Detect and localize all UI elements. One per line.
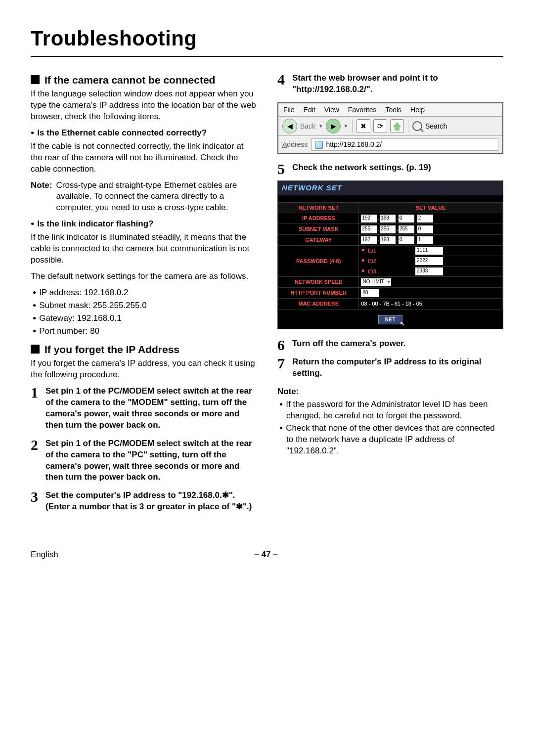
section-title: If the camera cannot be connected (44, 74, 257, 87)
row-speed: NETWORK SPEED NO LIMIT (278, 277, 503, 288)
sm-oct1[interactable]: 255 (361, 225, 377, 233)
label-id3: ID3 (359, 267, 413, 277)
procedure-steps-right: 4Start the web browser and point it to "… (277, 73, 503, 95)
search-icon[interactable] (412, 121, 422, 131)
step-3: 3Set the computer's IP address to "192.1… (31, 490, 257, 513)
section-heading-forget-ip: If you forget the IP Address (31, 343, 257, 356)
defaults-list: IP address: 192.168.0.2 Subnet mask: 255… (31, 287, 257, 337)
square-bullet-icon (31, 75, 40, 84)
menu-edit[interactable]: Edit (304, 105, 315, 115)
subhead-link-indicator: Is the link indicator flashing? (31, 219, 257, 230)
page-title: Troubleshooting (31, 25, 503, 53)
section-heading-cannot-connect: If the camera cannot be connected (31, 74, 257, 87)
address-input[interactable]: http://192.168.0.2/ (312, 138, 498, 151)
port-input[interactable]: 80 (361, 289, 379, 297)
menu-help[interactable]: Help (410, 105, 425, 115)
step-text: Set pin 1 of the PC/MODEM select switch … (45, 439, 252, 482)
menu-file[interactable]: File (283, 105, 295, 115)
stop-button-icon[interactable]: ✖ (356, 119, 370, 133)
browser-screenshot: File Edit View Favorites Tools Help ◀ Ba… (277, 102, 503, 155)
network-set-panel: NETWORK SET NETWORK SET SET VALUE IP ADD… (277, 180, 503, 329)
ip-oct2[interactable]: 168 (380, 215, 396, 222)
step-1: 1Set pin 1 of the PC/MODEM select switch… (31, 386, 257, 431)
procedure-steps-right-2: 5Check the network settings. (p. 19) (277, 162, 503, 174)
step-text: Start the web browser and point it to "h… (292, 73, 438, 94)
step-4: 4Start the web browser and point it to "… (277, 73, 503, 95)
page-icon (315, 141, 323, 149)
mac-value: 08 - 00 - 7B - 81 - 18 - 05 (359, 299, 503, 310)
default-ip: IP address: 192.168.0.2 (31, 287, 257, 299)
square-bullet-icon (31, 345, 40, 354)
note-label: Note: (277, 386, 503, 398)
note-cross-cable: Note: Cross-type and straight-type Ether… (31, 180, 257, 214)
step-text: Check the network settings. (p. 19) (292, 163, 431, 172)
home-button-icon[interactable] (390, 119, 404, 133)
back-label: Back (300, 122, 315, 131)
col-header-netset: NETWORK SET (278, 202, 359, 213)
forward-dropdown-icon[interactable]: ▼ (344, 123, 348, 129)
sm-oct3[interactable]: 255 (399, 225, 414, 233)
content-columns: If the camera cannot be connected If the… (31, 68, 503, 520)
footer-language: English (31, 549, 58, 561)
row-port: HTTP PORT NUMBER 80 (278, 288, 503, 299)
step-text: Return the computer's IP address to its … (292, 357, 482, 378)
ip-oct4[interactable]: 2 (417, 215, 433, 222)
back-button-icon[interactable]: ◀ (282, 119, 297, 133)
link-paragraph-2: The default network settings for the cam… (31, 271, 257, 282)
browser-toolbar: ◀ Back ▼ ▶ ▼ ✖ ⟳ Search (278, 117, 502, 136)
label-ip: IP ADDRESS (278, 213, 359, 224)
id2-input[interactable]: 2222 (415, 257, 443, 265)
left-column: If the camera cannot be connected If the… (31, 68, 257, 520)
section-title: If you forget the IP Address (44, 343, 257, 356)
default-subnet: Subnet mask: 255.255.255.0 (31, 300, 257, 311)
step-7: 7Return the computer's IP address to its… (277, 356, 503, 379)
note-duplicate-ip: Check that none of the other devices tha… (277, 423, 503, 457)
label-password: PASSWORD (4-8) (278, 245, 359, 276)
note-label: Note: (31, 180, 52, 214)
note-password: If the password for the Administrator le… (277, 399, 503, 422)
menu-favorites[interactable]: Favorites (348, 105, 377, 115)
refresh-button-icon[interactable]: ⟳ (373, 119, 387, 133)
ip-oct1[interactable]: 192 (361, 215, 377, 222)
label-port: HTTP PORT NUMBER (278, 288, 359, 299)
step-text: Set the computer's IP address to "192.16… (45, 490, 252, 511)
row-subnet: SUBNET MASK 255.255.255.0 (278, 224, 503, 235)
label-id2: ID2 (359, 256, 413, 267)
procedure-steps-left: 1Set pin 1 of the PC/MODEM select switch… (31, 386, 257, 513)
network-set-table: NETWORK SET SET VALUE IP ADDRESS 192.168… (278, 202, 503, 310)
ethernet-paragraph: If the cable is not connected correctly,… (31, 141, 257, 175)
forward-button-icon[interactable]: ▶ (326, 119, 341, 133)
menu-view[interactable]: View (324, 105, 339, 115)
back-dropdown-icon[interactable]: ▼ (318, 123, 323, 129)
cursor-icon: ↖ (400, 320, 405, 327)
sm-oct4[interactable]: 0 (417, 225, 433, 233)
row-ip: IP ADDRESS 192.168.0.2 (278, 213, 503, 224)
gw-oct2[interactable]: 168 (380, 236, 396, 244)
label-gateway: GATEWAY (278, 235, 359, 246)
speed-select[interactable]: NO LIMIT (361, 278, 391, 286)
ip-oct3[interactable]: 0 (399, 215, 414, 222)
network-set-gap (278, 195, 503, 202)
set-button-row: SET↖ (278, 310, 503, 329)
row-mac: MAC ADDRESS 08 - 00 - 7B - 81 - 18 - 05 (278, 299, 503, 310)
subhead-ethernet: Is the Ethernet cable connected correctl… (31, 128, 257, 139)
id3-input[interactable]: 3333 (415, 267, 443, 275)
network-set-title: NETWORK SET (278, 181, 503, 195)
label-mac: MAC ADDRESS (278, 299, 359, 310)
gw-oct3[interactable]: 0 (399, 236, 414, 244)
step-6: 6Turn off the camera's power. (277, 338, 503, 350)
gw-oct1[interactable]: 192 (361, 236, 377, 244)
step-2: 2Set pin 1 of the PC/MODEM select switch… (31, 438, 257, 484)
gw-oct4[interactable]: 1 (417, 236, 433, 244)
link-paragraph-1: If the link indicator is illuminated ste… (31, 232, 257, 266)
label-speed: NETWORK SPEED (278, 277, 359, 288)
set-button[interactable]: SET↖ (378, 315, 402, 325)
row-pw1: PASSWORD (4-8) ID1 1111 (278, 245, 503, 256)
browser-menubar: File Edit View Favorites Tools Help (278, 103, 502, 117)
toolbar-separator (352, 120, 353, 133)
address-bar-row: Address http://192.168.0.2/ (278, 136, 502, 153)
id1-input[interactable]: 1111 (415, 247, 443, 255)
row-gateway: GATEWAY 192.168.0.1 (278, 235, 503, 246)
sm-oct2[interactable]: 255 (380, 225, 396, 233)
menu-tools[interactable]: Tools (385, 105, 401, 115)
